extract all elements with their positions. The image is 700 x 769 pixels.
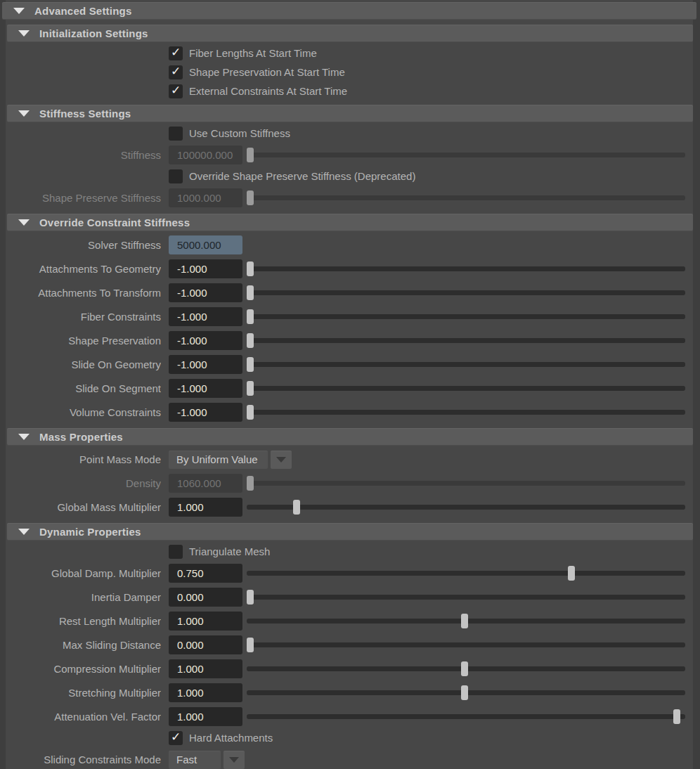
hard-attachments-checkbox[interactable]: ✓: [169, 731, 183, 745]
inertia-damper-slider-handle[interactable]: [247, 590, 254, 605]
volume-constraints-slider-handle[interactable]: [247, 405, 254, 420]
stiffness-slider-handle[interactable]: [247, 148, 254, 162]
max-sliding-distance-field[interactable]: 0.000: [169, 635, 242, 654]
slide-on-segment-field[interactable]: -1.000: [169, 379, 242, 398]
volume-constraints-field[interactable]: -1.000: [169, 403, 242, 422]
collapse-arrow-icon[interactable]: [18, 219, 30, 226]
shape-preserve-stiffness-slider[interactable]: [247, 188, 685, 208]
shape-preserve-stiffness-slider-track[interactable]: [247, 195, 685, 200]
global-damp-multiplier-slider[interactable]: [247, 563, 685, 583]
shape-preserve-stiffness-slider-handle[interactable]: [247, 190, 254, 205]
stiffness-field[interactable]: 100000.000: [169, 146, 242, 164]
slide-on-segment-slider-track[interactable]: [247, 386, 685, 391]
density-field[interactable]: 1060.000: [169, 474, 242, 493]
attenuation-vel-factor-slider-track[interactable]: [247, 714, 685, 719]
slide-on-geometry-slider[interactable]: [247, 354, 685, 375]
collapse-arrow-icon[interactable]: [18, 434, 30, 440]
collapse-arrow-icon[interactable]: [18, 529, 30, 535]
density-slider[interactable]: [247, 473, 685, 493]
triangulate-mesh-checkbox[interactable]: ✓: [169, 545, 183, 559]
triangulate-mesh-label: Triangulate Mesh: [189, 545, 270, 557]
collapse-arrow-icon[interactable]: [18, 110, 30, 117]
shape-preservation-at-start-time-checkbox[interactable]: ✓: [169, 65, 183, 79]
attenuation-vel-factor-slider[interactable]: [247, 706, 685, 727]
collapse-arrow-icon[interactable]: [13, 8, 25, 14]
attribute-row-override-shape-preserve-stiffness: ✓Override Shape Preserve Stiffness (Depr…: [7, 168, 685, 184]
global-mass-multiplier-slider[interactable]: [247, 497, 685, 517]
fiber-constraints-field[interactable]: -1.000: [169, 307, 242, 326]
stretching-multiplier-slider-handle[interactable]: [461, 685, 468, 700]
volume-constraints-slider-track[interactable]: [247, 410, 685, 415]
shape-preservation-label: Shape Preservation: [7, 335, 161, 347]
override-shape-preserve-stiffness-checkbox[interactable]: ✓: [169, 169, 183, 183]
point-mass-mode-dropdown-button[interactable]: [271, 451, 292, 469]
stretching-multiplier-slider[interactable]: [247, 683, 685, 703]
slide-on-segment-slider-handle[interactable]: [247, 381, 254, 396]
section-header-advanced-settings[interactable]: Advanced Settings: [2, 2, 696, 20]
sliding-constraints-mode-dropdown-button[interactable]: [223, 751, 245, 769]
volume-constraints-slider[interactable]: [247, 402, 685, 422]
inertia-damper-slider-track[interactable]: [247, 595, 685, 600]
density-slider-handle[interactable]: [247, 476, 254, 491]
external-constraints-at-start-time-checkbox[interactable]: ✓: [169, 84, 183, 98]
attachments-to-transform-slider[interactable]: [247, 283, 685, 303]
attachments-to-geometry-field[interactable]: -1.000: [169, 259, 242, 278]
attachments-to-transform-field[interactable]: -1.000: [169, 283, 242, 302]
slide-on-geometry-slider-handle[interactable]: [247, 357, 254, 372]
section-header-dynamic-properties[interactable]: Dynamic Properties: [7, 523, 693, 541]
point-mass-mode-dropdown[interactable]: By Uniform Value: [169, 451, 268, 469]
attribute-row-stretching-multiplier: Stretching Multiplier1.000: [7, 683, 685, 703]
slide-on-geometry-field[interactable]: -1.000: [169, 355, 242, 374]
stretching-multiplier-field[interactable]: 1.000: [169, 683, 242, 702]
shape-preservation-slider-track[interactable]: [247, 338, 685, 343]
stiffness-slider[interactable]: [247, 145, 685, 165]
inertia-damper-field[interactable]: 0.000: [169, 588, 242, 607]
global-mass-multiplier-slider-track[interactable]: [247, 505, 685, 510]
slide-on-geometry-slider-track[interactable]: [247, 362, 685, 367]
compression-multiplier-field[interactable]: 1.000: [169, 659, 242, 678]
section-header-stiffness-settings[interactable]: Stiffness Settings: [7, 105, 693, 122]
attenuation-vel-factor-slider-handle[interactable]: [673, 709, 680, 724]
section-header-initialization-settings[interactable]: Initialization Settings: [7, 25, 693, 42]
fiber-lengths-at-start-time-checkbox[interactable]: ✓: [169, 46, 183, 60]
compression-multiplier-slider[interactable]: [247, 659, 685, 679]
max-sliding-distance-slider-track[interactable]: [247, 642, 685, 647]
global-mass-multiplier-field[interactable]: 1.000: [169, 498, 242, 517]
global-damp-multiplier-slider-handle[interactable]: [568, 566, 575, 581]
global-damp-multiplier-slider-track[interactable]: [247, 571, 685, 576]
slide-on-segment-slider[interactable]: [247, 378, 685, 399]
global-mass-multiplier-slider-handle[interactable]: [293, 500, 300, 515]
fiber-constraints-slider-handle[interactable]: [247, 309, 254, 324]
attribute-row-volume-constraints: Volume Constraints-1.000: [7, 402, 685, 422]
attachments-to-transform-slider-track[interactable]: [247, 290, 685, 295]
stiffness-slider-track[interactable]: [247, 153, 685, 157]
shape-preservation-slider-handle[interactable]: [247, 333, 254, 348]
sliding-constraints-mode-dropdown[interactable]: Fast: [169, 751, 221, 769]
advanced-settings-panel: Advanced SettingsInitialization Settings…: [6, 0, 693, 769]
rest-length-multiplier-slider[interactable]: [247, 611, 685, 631]
fiber-constraints-slider-track[interactable]: [247, 314, 685, 319]
density-slider-track[interactable]: [247, 481, 685, 486]
attachments-to-geometry-slider-handle[interactable]: [247, 261, 254, 276]
attenuation-vel-factor-field[interactable]: 1.000: [169, 707, 242, 726]
attachments-to-transform-slider-handle[interactable]: [247, 285, 254, 300]
section-header-mass-properties[interactable]: Mass Properties: [7, 428, 693, 446]
section-header-override-constraint-stiffness[interactable]: Override Constraint Stiffness: [7, 214, 693, 231]
collapse-arrow-icon[interactable]: [18, 30, 30, 37]
max-sliding-distance-slider[interactable]: [247, 635, 685, 655]
attachments-to-geometry-slider-track[interactable]: [247, 266, 685, 271]
shape-preserve-stiffness-field[interactable]: 1000.000: [169, 188, 242, 207]
rest-length-multiplier-field[interactable]: 1.000: [169, 612, 242, 631]
fiber-constraints-label: Fiber Constraints: [7, 311, 161, 323]
fiber-constraints-slider[interactable]: [247, 306, 685, 327]
solver-stiffness-field[interactable]: 5000.000: [169, 235, 242, 254]
inertia-damper-slider[interactable]: [247, 587, 685, 607]
max-sliding-distance-slider-handle[interactable]: [247, 638, 254, 652]
shape-preservation-field[interactable]: -1.000: [169, 331, 242, 350]
global-damp-multiplier-field[interactable]: 0.750: [169, 564, 242, 583]
attachments-to-geometry-slider[interactable]: [247, 259, 685, 279]
shape-preservation-slider[interactable]: [247, 330, 685, 351]
rest-length-multiplier-slider-handle[interactable]: [461, 614, 468, 628]
use-custom-stiffness-checkbox[interactable]: ✓: [169, 127, 183, 141]
compression-multiplier-slider-handle[interactable]: [461, 661, 468, 676]
